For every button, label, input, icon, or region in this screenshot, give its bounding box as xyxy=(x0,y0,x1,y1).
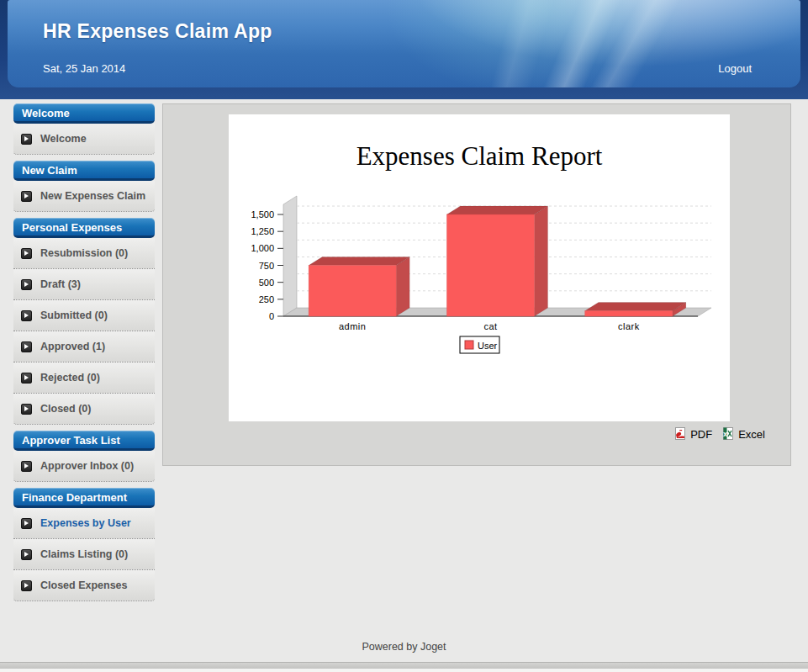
bar-side-cat xyxy=(535,206,548,316)
sidebar-item-rejected[interactable]: Rejected (0) xyxy=(13,362,155,394)
sidebar-item-closed[interactable]: Closed (0) xyxy=(13,394,155,425)
arrow-right-icon xyxy=(21,310,32,321)
sidebar: WelcomeWelcomeNew ClaimNew Expenses Clai… xyxy=(13,103,155,607)
arrow-right-icon xyxy=(21,341,32,352)
sidebar-item-claims-listing[interactable]: Claims Listing (0) xyxy=(13,539,155,570)
export-pdf-link[interactable]: PDF xyxy=(674,427,712,441)
pdf-icon xyxy=(674,427,687,441)
y-tick-label: 750 xyxy=(259,261,274,271)
excel-icon: x xyxy=(722,427,735,441)
header-streaks-decoration xyxy=(8,0,800,87)
sidebar-item-label: Submitted (0) xyxy=(40,310,108,321)
arrow-right-icon xyxy=(21,461,32,472)
sidebar-item-label: Approver Inbox (0) xyxy=(40,460,134,472)
sidebar-item-label: Expenses by User xyxy=(40,517,131,529)
chart-card: Expenses Claim Report 02505007501,0001,2… xyxy=(229,114,730,421)
sidebar-section-title: New Claim xyxy=(13,161,155,181)
chart-left-wall xyxy=(283,196,297,316)
sidebar-item-new-expenses-claim[interactable]: New Expenses Claim xyxy=(13,181,155,212)
arrow-right-icon xyxy=(21,134,32,145)
sidebar-item-expenses-by-user[interactable]: Expenses by User xyxy=(13,508,155,539)
x-category-label: admin xyxy=(339,321,366,331)
sidebar-item-submitted[interactable]: Submitted (0) xyxy=(13,300,155,331)
sidebar-item-resubmission[interactable]: Resubmission (0) xyxy=(13,238,155,269)
x-category-label: clark xyxy=(618,321,640,331)
page-bottom-under xyxy=(0,669,808,672)
arrow-right-icon xyxy=(21,518,32,529)
footer: Powered by Joget xyxy=(0,641,808,653)
export-row: PDFxExcel xyxy=(674,427,765,441)
sidebar-item-label: Closed (0) xyxy=(40,403,91,415)
sidebar-item-label: Closed Expenses xyxy=(40,579,128,591)
sidebar-section-personal-expenses: Personal ExpensesResubmission (0)Draft (… xyxy=(13,218,155,425)
sidebar-item-welcome[interactable]: Welcome xyxy=(13,124,155,155)
y-tick-label: 0 xyxy=(269,311,274,321)
arrow-right-icon xyxy=(21,549,32,560)
header-banner: HR Expenses Claim App Sat, 25 Jan 2014 L… xyxy=(8,0,800,87)
bar-side-admin xyxy=(396,257,409,317)
y-tick-label: 1,000 xyxy=(251,243,274,253)
legend-label: User xyxy=(478,341,498,351)
header-date: Sat, 25 Jan 2014 xyxy=(43,62,125,75)
sidebar-section-title: Welcome xyxy=(13,103,155,124)
arrow-right-icon xyxy=(21,580,32,591)
y-tick-label: 1,500 xyxy=(251,209,274,220)
sidebar-item-closed-expenses[interactable]: Closed Expenses xyxy=(13,570,155,601)
sidebar-item-label: Rejected (0) xyxy=(40,372,100,384)
y-tick-label: 250 xyxy=(259,294,274,304)
sidebar-section-approver-task-list: Approver Task ListApprover Inbox (0) xyxy=(13,431,155,482)
main-panel: Expenses Claim Report 02505007501,0001,2… xyxy=(162,103,791,466)
arrow-right-icon xyxy=(21,279,32,290)
sidebar-section-welcome: WelcomeWelcome xyxy=(13,103,155,155)
sidebar-item-label: Approved (1) xyxy=(40,341,105,352)
footer-text: Powered by Joget xyxy=(362,641,446,653)
bar-top-admin xyxy=(309,257,409,266)
sidebar-item-draft[interactable]: Draft (3) xyxy=(13,269,155,300)
sidebar-item-label: Claims Listing (0) xyxy=(40,548,128,560)
y-tick-label: 500 xyxy=(259,278,274,288)
y-tick-label: 1,250 xyxy=(251,226,274,236)
sidebar-item-label: Resubmission (0) xyxy=(40,247,128,259)
export-excel-link[interactable]: xExcel xyxy=(722,427,765,441)
page-bottom-edge xyxy=(0,662,808,669)
export-link-label: PDF xyxy=(690,428,712,441)
bar-admin xyxy=(309,266,396,317)
page: HR Expenses Claim App Sat, 25 Jan 2014 L… xyxy=(0,0,808,672)
chart-title: Expenses Claim Report xyxy=(229,141,730,172)
sidebar-section-title: Finance Department xyxy=(13,488,155,508)
legend-swatch xyxy=(465,341,473,349)
sidebar-section-finance-department: Finance DepartmentExpenses by UserClaims… xyxy=(13,488,155,601)
arrow-right-icon xyxy=(21,373,32,384)
bar-cat xyxy=(447,214,535,316)
app-title: HR Expenses Claim App xyxy=(43,20,272,43)
export-link-label: Excel xyxy=(738,428,765,441)
sidebar-section-new-claim: New ClaimNew Expenses Claim xyxy=(13,161,155,212)
expenses-bar-chart: 02505007501,0001,2501,500admincatclarkUs… xyxy=(229,194,730,367)
sidebar-section-title: Personal Expenses xyxy=(13,218,155,238)
sidebar-item-approved[interactable]: Approved (1) xyxy=(13,331,155,362)
sidebar-section-title: Approver Task List xyxy=(13,431,155,451)
bar-clark xyxy=(585,311,673,316)
sidebar-item-approver-inbox[interactable]: Approver Inbox (0) xyxy=(13,451,155,482)
app-header: HR Expenses Claim App Sat, 25 Jan 2014 L… xyxy=(0,0,808,99)
x-category-label: cat xyxy=(483,321,497,331)
arrow-right-icon xyxy=(21,248,32,259)
sidebar-item-label: Draft (3) xyxy=(40,278,81,290)
bar-top-cat xyxy=(447,206,548,214)
svg-text:x: x xyxy=(723,430,727,438)
sidebar-item-label: New Expenses Claim xyxy=(40,190,145,202)
arrow-right-icon xyxy=(21,191,32,202)
logout-link[interactable]: Logout xyxy=(718,62,752,75)
arrow-right-icon xyxy=(21,404,32,415)
bar-top-clark xyxy=(585,303,686,311)
sidebar-item-label: Welcome xyxy=(40,133,87,145)
